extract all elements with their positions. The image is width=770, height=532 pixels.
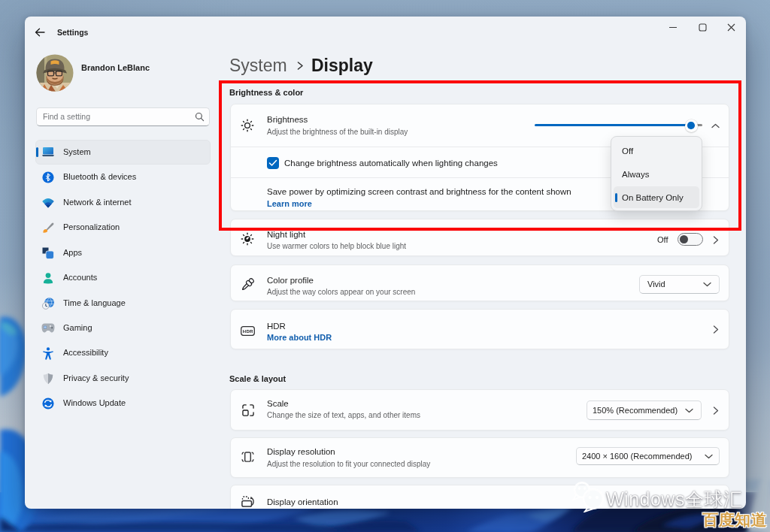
svg-text:HDR: HDR <box>243 328 253 333</box>
